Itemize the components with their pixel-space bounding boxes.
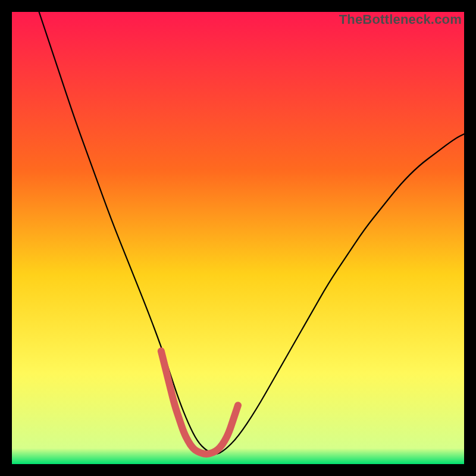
chart-svg	[12, 12, 464, 464]
watermark-label: TheBottleneck.com	[339, 12, 462, 27]
chart-frame: TheBottleneck.com	[12, 12, 464, 464]
gradient-background	[12, 12, 464, 464]
